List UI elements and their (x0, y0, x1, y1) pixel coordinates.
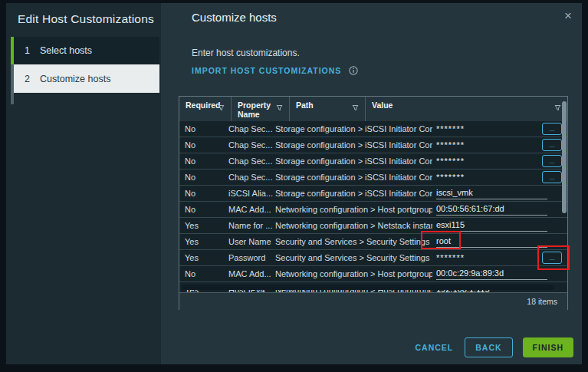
table-row: YesUser NameSecurity and Services > Secu… (179, 234, 567, 250)
table-row: NoiSCSI Alia...Storage configuration > i… (179, 186, 567, 202)
filter-icon[interactable] (276, 104, 283, 113)
ellipsis-button[interactable]: ... (542, 139, 562, 151)
cell-property-name: Chap Sec... (228, 121, 273, 137)
info-icon[interactable] (349, 66, 358, 75)
table-row: NoMAC Add...Networking configuration > H… (179, 266, 567, 282)
table-row: YesPasswordSecurity and Services > Secur… (179, 250, 567, 266)
wizard-title: Edit Host Customizations (18, 12, 154, 26)
table-row: NoChap Sec...Storage configuration > iSC… (179, 170, 567, 186)
table-body: NoChap Sec...Storage configuration > iSC… (179, 121, 567, 292)
cell-required: No (185, 202, 226, 217)
table-row: YesName for ...Networking configuration … (179, 218, 567, 234)
horizontal-scrollbar[interactable] (182, 285, 554, 290)
instruction-text: Enter host customizations. (192, 48, 300, 58)
cell-path: Storage configuration > iSCSI Initiator … (275, 170, 432, 185)
cell-property-name: MAC Add... (228, 266, 273, 281)
cell-path: Storage configuration > iSCSI Initiator … (275, 186, 432, 201)
cell-required: No (185, 137, 226, 153)
wizard-sidebar: Edit Host Customizations 1 Select hosts … (6, 3, 161, 364)
cell-required: No (185, 266, 226, 281)
close-icon[interactable]: × (564, 9, 572, 22)
cell-path: Networking configuration > Netstack inst… (275, 218, 432, 233)
column-header-path[interactable]: Path (290, 97, 366, 121)
step-number: 2 (25, 74, 35, 84)
cell-path: Networking configuration > Host portgrou… (275, 266, 432, 281)
filter-icon[interactable] (352, 104, 359, 113)
step-label: Select hosts (40, 45, 92, 56)
back-button[interactable]: BACK (465, 337, 512, 357)
vertical-scrollbar[interactable] (562, 101, 567, 213)
cell-property-name: Chap Sec... (228, 137, 273, 153)
value-input[interactable]: root (436, 234, 547, 248)
cell-path: Security and Services > Security Setting… (275, 250, 432, 265)
cell-property-name: Name for ... (228, 218, 273, 233)
cell-required: Yes (185, 250, 226, 265)
cell-path: Storage configuration > iSCSI Initiator … (275, 153, 432, 169)
value-input[interactable]: 00:50:56:61:67:dd (436, 202, 547, 216)
ellipsis-button[interactable]: ... (542, 252, 562, 264)
cell-property-name: MAC Add... (228, 202, 273, 217)
table-row: NoChap Sec...Storage configuration > iSC… (179, 153, 567, 170)
cell-path: Storage configuration > iSCSI Initiator … (275, 137, 432, 153)
ellipsis-button[interactable]: ... (542, 171, 562, 183)
sidebar-step-customize-hosts[interactable]: 2 Customize hosts (14, 64, 159, 93)
table-row: NoChap Sec...Storage configuration > iSC… (179, 121, 567, 137)
column-header-value[interactable]: Value (366, 97, 567, 121)
value-input[interactable]: esxi115 (436, 218, 547, 232)
customize-hosts-panel: Customize hosts × Enter host customizati… (161, 3, 582, 364)
cell-required: No (185, 186, 226, 201)
import-host-customizations-link[interactable]: IMPORT HOST CUSTOMIZATIONS (192, 66, 341, 75)
cancel-button[interactable]: CANCEL (413, 338, 455, 357)
value-input[interactable]: iscsi_vmk (436, 186, 547, 199)
ellipsis-button[interactable]: ... (542, 123, 562, 135)
cell-path: Security and Services > Security Setting… (275, 234, 432, 249)
table-items-count: 18 items (179, 292, 567, 310)
step-number: 1 (25, 45, 35, 56)
host-customizations-table: Required Property Name Path Value NoChap… (179, 96, 568, 310)
cell-required: Yes (185, 234, 226, 249)
masked-value: ******* (436, 173, 465, 182)
cell-property-name: Password (228, 250, 273, 265)
masked-value: ******* (436, 253, 465, 262)
column-header-property-name[interactable]: Property Name (232, 97, 290, 121)
value-input[interactable]: 00:0c:29:9a:89:3d (436, 266, 547, 280)
dialog-footer: CANCEL BACK FINISH (413, 337, 573, 357)
table-header: Required Property Name Path Value (179, 97, 567, 121)
filter-icon[interactable] (218, 104, 225, 113)
finish-button[interactable]: FINISH (523, 337, 573, 357)
ellipsis-button[interactable]: ... (542, 155, 562, 167)
cell-property-name: Chap Sec... (228, 170, 273, 185)
cell-required: No (185, 170, 226, 185)
cell-required: Yes (185, 218, 226, 233)
page-title: Customize hosts (192, 11, 277, 24)
sidebar-step-select-hosts[interactable]: 1 Select hosts (14, 37, 159, 64)
table-row: NoChap Sec...Storage configuration > iSC… (179, 137, 567, 153)
table-row: NoMAC Add...Networking configuration > H… (179, 202, 567, 218)
cell-required: No (185, 121, 226, 137)
cell-path: Storage configuration > iSCSI Initiator … (275, 121, 432, 137)
masked-value: ******* (436, 140, 465, 150)
masked-value: ******* (436, 156, 465, 166)
filter-icon[interactable] (554, 104, 561, 113)
cell-property-name: Chap Sec... (228, 153, 273, 169)
column-header-required[interactable]: Required (179, 97, 232, 121)
masked-value: ******* (436, 124, 465, 133)
step-label: Customize hosts (40, 74, 110, 84)
cell-property-name: iSCSI Alia... (228, 186, 273, 201)
cell-required: No (185, 153, 226, 169)
cell-property-name: User Name (228, 234, 273, 249)
cell-path: Networking configuration > Host portgrou… (275, 202, 432, 217)
